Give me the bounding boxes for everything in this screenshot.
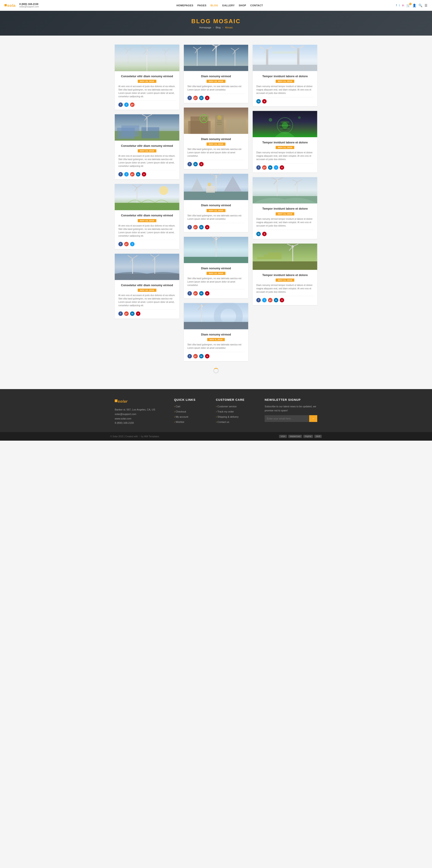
customer-care-list: Customer service Track my order Shipping…: [216, 405, 258, 424]
blog-card-post-4: Consetetur elitr diam nonumy eirmod NOV …: [115, 114, 179, 179]
cart-link[interactable]: Cart: [174, 405, 180, 408]
fb-share-btn[interactable]: f: [188, 354, 192, 359]
li-share-btn[interactable]: in: [199, 96, 204, 100]
nav-gallery[interactable]: Gallery: [222, 4, 235, 7]
pi-share-btn[interactable]: ●: [205, 291, 209, 296]
pi-share-btn[interactable]: ●: [205, 354, 209, 359]
fb-share-btn[interactable]: f: [118, 172, 123, 177]
pi-share-btn[interactable]: ●: [142, 172, 146, 177]
gp-share-btn[interactable]: g+: [124, 311, 129, 316]
tw-share-btn[interactable]: t: [124, 172, 129, 177]
logo-header[interactable]: solar: [4, 2, 16, 8]
li-share-btn[interactable]: in: [256, 232, 261, 236]
visa-payment-icon: VISA: [279, 435, 287, 438]
gp-share-btn[interactable]: g+: [193, 354, 198, 359]
gp-share-btn[interactable]: g+: [124, 242, 129, 246]
checkout-link[interactable]: Checkout: [174, 410, 186, 413]
nav-pages[interactable]: Pages: [197, 4, 206, 7]
svg-rect-59: [190, 116, 208, 134]
fb-share-btn[interactable]: f: [188, 225, 192, 229]
fb-share-btn[interactable]: f: [256, 298, 261, 302]
li-share-btn[interactable]: in: [199, 291, 204, 296]
nav-contact[interactable]: Contact: [250, 4, 263, 7]
post-2-title: Diam nonumy eirmod: [188, 74, 245, 79]
list-item: Wishlist: [174, 420, 209, 424]
fb-share-btn[interactable]: f: [188, 162, 192, 166]
li-share-btn[interactable]: in: [130, 311, 135, 316]
blog-mosaic-section: Consetetur elitr diam nonumy eirmod NOV …: [110, 44, 322, 380]
svg-rect-120: [268, 252, 282, 255]
tw-share-btn[interactable]: t: [124, 102, 129, 107]
li-share-btn[interactable]: in: [256, 99, 261, 103]
breadcrumb-blog[interactable]: Blog: [215, 26, 221, 29]
post-8-social: f g+ in ●: [188, 223, 245, 229]
pi-share-btn[interactable]: ●: [262, 99, 267, 103]
customer-service-link[interactable]: Customer service: [216, 405, 236, 408]
footer-logo: solar: [115, 398, 167, 405]
twitter-icon[interactable]: t: [399, 4, 400, 7]
gp-share-btn[interactable]: g+: [130, 172, 135, 177]
nav-blog[interactable]: Blog: [210, 4, 218, 7]
main-nav: Homepages Pages Blog Gallery Shop Contac…: [43, 4, 396, 7]
post-10-text: At vero eos et accusam et justo duo dolo…: [118, 293, 176, 307]
menu-icon[interactable]: ☰: [425, 4, 428, 7]
pi-share-btn[interactable]: ●: [205, 225, 209, 229]
tw-share-btn[interactable]: t: [262, 298, 267, 302]
fb-share-btn[interactable]: f: [118, 242, 123, 246]
pi-share-btn[interactable]: ●: [199, 162, 204, 166]
post-9-text: Diam nonumy eirmod tempor invidunt ut la…: [256, 217, 314, 227]
tw-share-btn[interactable]: t: [274, 165, 278, 170]
list-item: Cart: [174, 405, 209, 408]
phone-number: 8 (800) 168-2159: [19, 3, 39, 5]
gp-share-btn[interactable]: g+: [193, 225, 198, 229]
li-share-btn[interactable]: in: [199, 225, 204, 229]
track-order-link[interactable]: Track my order: [216, 410, 234, 413]
fb-share-btn[interactable]: f: [118, 102, 123, 107]
gp-share-btn[interactable]: g+: [130, 102, 135, 107]
gp-share-btn[interactable]: g+: [193, 291, 198, 296]
gp-share-btn[interactable]: g+: [268, 298, 272, 302]
contact-us-link[interactable]: Contact us: [216, 421, 229, 423]
myaccount-link[interactable]: My account: [174, 415, 188, 418]
post-11-title: Diam nonumy eirmod: [188, 267, 245, 271]
svg-point-104: [298, 116, 301, 119]
user-icon[interactable]: 👤: [412, 4, 416, 7]
pi-share-btn[interactable]: ●: [136, 311, 140, 316]
customer-care-heading: Customer Care: [216, 398, 258, 401]
newsletter-email-input[interactable]: [265, 415, 309, 422]
newsletter-submit-button[interactable]: →: [309, 415, 317, 422]
breadcrumb-home[interactable]: Homepage: [199, 26, 211, 29]
nav-homepages[interactable]: Homepages: [176, 4, 193, 7]
pi-share-btn[interactable]: ●: [262, 232, 267, 236]
post-4-image: [115, 114, 179, 141]
li-share-btn[interactable]: in: [136, 172, 140, 177]
instagram-icon[interactable]: in: [402, 4, 404, 7]
fb-share-btn[interactable]: f: [118, 311, 123, 316]
search-icon[interactable]: 🔍: [419, 4, 422, 7]
fb-share-btn[interactable]: f: [188, 96, 192, 100]
li-share-btn[interactable]: in: [274, 298, 278, 302]
gp-share-btn[interactable]: g+: [262, 165, 267, 170]
fb-share-btn[interactable]: f: [256, 165, 261, 170]
gp-share-btn[interactable]: g+: [193, 96, 198, 100]
tw-share-btn[interactable]: t: [130, 242, 135, 246]
li-share-btn[interactable]: in: [193, 162, 198, 166]
pi-share-btn[interactable]: ●: [280, 165, 284, 170]
wishlist-link[interactable]: Wishlist: [174, 421, 184, 423]
pi-share-btn[interactable]: ●: [205, 96, 209, 100]
wind-turbine-svg: [115, 44, 179, 71]
svg-rect-27: [115, 203, 179, 210]
footer-quick-links: Quick Links Cart Checkout My account Wis…: [174, 398, 209, 425]
blog-card-post-1: Consetetur elitr diam nonumy eirmod NOV …: [115, 44, 179, 110]
footer-address: Banker st. 567, Los Angeles, CA, US sola…: [115, 407, 167, 425]
nav-shop[interactable]: Shop: [239, 4, 246, 7]
cart-icon[interactable]: 🛒0: [406, 4, 410, 7]
shipping-link[interactable]: Shipping & delivery: [216, 415, 238, 418]
fb-share-btn[interactable]: f: [188, 291, 192, 296]
pi-share-btn[interactable]: ●: [280, 298, 284, 302]
facebook-icon[interactable]: f: [396, 4, 397, 7]
li-share-btn[interactable]: in: [199, 354, 204, 359]
post-4-title: Consetetur elitr diam nonumy eirmod: [118, 144, 176, 148]
post-12-date: NOV 9, 2015: [207, 338, 225, 341]
li-share-btn[interactable]: in: [268, 165, 272, 170]
